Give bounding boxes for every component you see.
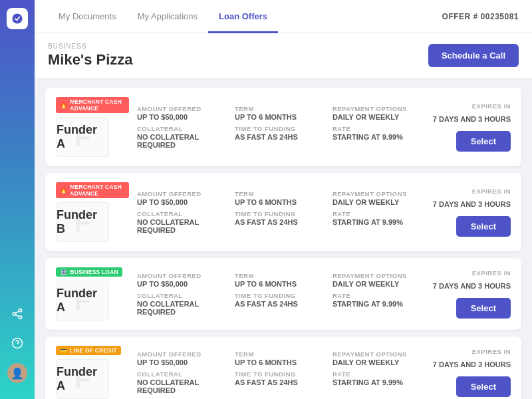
detail-5-offer-4: RateSTARTING AT 9.99% xyxy=(332,370,425,394)
detail-1-offer-3: TermUP TO 6 MONTHS xyxy=(235,272,327,288)
detail-label-2: Repayment Options xyxy=(332,272,425,279)
detail-value-1: UP TO 6 MONTHS xyxy=(235,358,327,366)
detail-value-4: AS FAST AS 24HS xyxy=(235,218,327,226)
logo xyxy=(7,8,28,29)
tab-my-documents[interactable]: My Documents xyxy=(48,1,127,33)
detail-value-3: NO COLLATERAL REQUIRED xyxy=(137,218,229,234)
detail-label-1: Term xyxy=(235,272,327,279)
business-name: Mike's Pizza xyxy=(48,51,133,68)
detail-value-2: DAILY OR WEEKLY xyxy=(332,113,425,121)
detail-value-1: UP TO 6 MONTHS xyxy=(235,198,327,206)
expires-value-4: 7 DAYS AND 3 HOURS xyxy=(433,360,511,368)
detail-label-5: Rate xyxy=(332,370,425,378)
detail-label-1: Term xyxy=(235,190,327,198)
tab-my-applications[interactable]: My Applications xyxy=(127,1,208,33)
detail-label-3: Collateral xyxy=(137,370,229,378)
tab-loan-offers[interactable]: Loan Offers xyxy=(208,1,278,33)
detail-1-offer-1: TermUP TO 6 MONTHS xyxy=(235,105,327,121)
detail-label-0: Amount Offered xyxy=(137,105,229,112)
select-button-1[interactable]: Select xyxy=(456,131,511,152)
business-label: BUSINESS xyxy=(48,43,133,50)
detail-value-4: AS FAST AS 24HS xyxy=(235,133,327,141)
detail-0-offer-1: Amount OfferedUP TO $50,000 xyxy=(137,105,229,121)
offer-card-4: 💳LINE OF CREDITFFunder AAmount OfferedUP… xyxy=(45,336,521,399)
offer-card-3: 🏦BUSINESS LOANFFunder AAmount OfferedUP … xyxy=(45,258,521,330)
detail-label-3: Collateral xyxy=(137,210,229,217)
detail-value-0: UP TO $50,000 xyxy=(137,358,229,366)
detail-value-3: NO COLLATERAL REQUIRED xyxy=(137,300,229,316)
detail-value-4: AS FAST AS 24HS xyxy=(235,300,327,308)
detail-0-offer-3: Amount OfferedUP TO $50,000 xyxy=(137,272,229,288)
nav-tabs: My Documents My Applications Loan Offers xyxy=(48,0,278,33)
expires-label-1: Expires In xyxy=(472,102,511,110)
offer-action-4: Expires In7 DAYS AND 3 HOURSSelect xyxy=(433,348,511,397)
user-avatar[interactable]: 👤 xyxy=(7,363,27,383)
detail-value-3: NO COLLATERAL REQUIRED xyxy=(137,378,229,394)
detail-label-3: Collateral xyxy=(137,125,229,132)
detail-label-5: Rate xyxy=(332,292,425,299)
detail-value-0: UP TO $50,000 xyxy=(137,113,229,121)
offer-details-1: Amount OfferedUP TO $50,000TermUP TO 6 M… xyxy=(137,105,425,149)
select-button-4[interactable]: Select xyxy=(456,376,511,397)
schedule-call-button[interactable]: Schedule a Call xyxy=(428,44,519,67)
svg-point-0 xyxy=(19,309,22,313)
main-content: My Documents My Applications Loan Offers… xyxy=(35,0,532,399)
offer-number: OFFER # 00235081 xyxy=(442,12,519,21)
offers-list: 🔥MERCHANT CASH ADVANCEFFunder AAmount Of… xyxy=(35,78,532,399)
detail-label-2: Repayment Options xyxy=(332,350,425,358)
funder-logo-2: FFunder B xyxy=(56,202,109,242)
offer-left-3: 🏦BUSINESS LOANFFunder A xyxy=(56,267,129,321)
expires-value-2: 7 DAYS AND 3 HOURS xyxy=(433,200,511,208)
offer-badge-4: 💳LINE OF CREDIT xyxy=(56,346,121,355)
detail-label-2: Repayment Options xyxy=(332,190,425,198)
detail-value-1: UP TO 6 MONTHS xyxy=(235,280,327,288)
expires-value-3: 7 DAYS AND 3 HOURS xyxy=(433,282,511,290)
offer-details-4: Amount OfferedUP TO $50,000TermUP TO 6 M… xyxy=(137,350,425,394)
detail-value-1: UP TO 6 MONTHS xyxy=(235,113,327,121)
select-button-3[interactable]: Select xyxy=(456,298,511,319)
expires-label-2: Expires In xyxy=(472,188,511,195)
offer-badge-1: 🔥MERCHANT CASH ADVANCE xyxy=(56,97,129,113)
select-button-2[interactable]: Select xyxy=(456,216,511,237)
detail-label-5: Rate xyxy=(332,125,425,132)
detail-label-0: Amount Offered xyxy=(137,190,229,198)
detail-0-offer-2: Amount OfferedUP TO $50,000 xyxy=(137,190,229,206)
detail-3-offer-1: CollateralNO COLLATERAL REQUIRED xyxy=(137,125,229,149)
expires-label-3: Expires In xyxy=(472,269,511,277)
detail-label-4: Time to Funding xyxy=(235,370,327,378)
detail-value-3: NO COLLATERAL REQUIRED xyxy=(137,133,229,149)
expires-label-4: Expires In xyxy=(472,348,511,355)
top-navigation: My Documents My Applications Loan Offers… xyxy=(35,0,532,33)
detail-3-offer-3: CollateralNO COLLATERAL REQUIRED xyxy=(137,292,229,316)
detail-label-1: Term xyxy=(235,350,327,358)
offer-action-2: Expires In7 DAYS AND 3 HOURSSelect xyxy=(433,188,511,237)
detail-2-offer-1: Repayment OptionsDAILY OR WEEKLY xyxy=(332,105,425,121)
share-icon[interactable] xyxy=(8,305,27,323)
svg-line-4 xyxy=(15,311,19,313)
detail-label-4: Time to Funding xyxy=(235,210,327,217)
sidebar-bottom: 👤 xyxy=(7,305,27,391)
offer-action-3: Expires In7 DAYS AND 3 HOURSSelect xyxy=(433,269,511,319)
offer-badge-2: 🔥MERCHANT CASH ADVANCE xyxy=(56,182,129,198)
detail-value-4: AS FAST AS 24HS xyxy=(235,378,327,386)
offer-left-4: 💳LINE OF CREDITFFunder A xyxy=(56,346,129,399)
detail-label-4: Time to Funding xyxy=(235,292,327,299)
detail-0-offer-4: Amount OfferedUP TO $50,000 xyxy=(137,350,229,366)
detail-2-offer-2: Repayment OptionsDAILY OR WEEKLY xyxy=(332,190,425,206)
detail-1-offer-4: TermUP TO 6 MONTHS xyxy=(235,350,327,366)
sidebar: 👤 xyxy=(0,0,35,399)
funder-logo-4: FFunder A xyxy=(56,359,109,399)
detail-5-offer-1: RateSTARTING AT 9.99% xyxy=(332,125,425,149)
detail-label-2: Repayment Options xyxy=(332,105,425,112)
detail-value-2: DAILY OR WEEKLY xyxy=(332,280,425,288)
offer-card-2: 🔥MERCHANT CASH ADVANCEFFunder BAmount Of… xyxy=(45,173,521,251)
help-icon[interactable] xyxy=(8,334,27,352)
detail-value-0: UP TO $50,000 xyxy=(137,280,229,288)
detail-label-1: Term xyxy=(235,105,327,112)
detail-label-0: Amount Offered xyxy=(137,350,229,358)
detail-value-2: DAILY OR WEEKLY xyxy=(332,358,425,366)
detail-value-5: STARTING AT 9.99% xyxy=(332,133,425,141)
detail-5-offer-2: RateSTARTING AT 9.99% xyxy=(332,210,425,234)
detail-label-5: Rate xyxy=(332,210,425,217)
detail-2-offer-3: Repayment OptionsDAILY OR WEEKLY xyxy=(332,272,425,288)
